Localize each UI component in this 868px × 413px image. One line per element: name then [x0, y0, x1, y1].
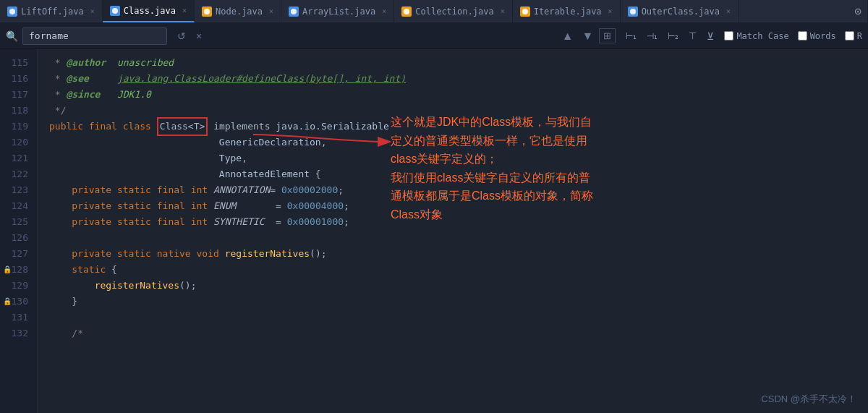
line-num-130: 🔒130 — [0, 294, 37, 310]
regex-label: R — [857, 31, 862, 41]
lock-icon-130: 🔒 — [3, 294, 12, 310]
format-button[interactable]: ⊤ — [686, 29, 699, 43]
svg-point-2 — [204, 9, 210, 14]
tab-bar: LiftOff.java × Class.java × Node.java × … — [0, 0, 868, 23]
code-line-130: } — [49, 294, 868, 310]
align-right-button[interactable]: ⊣₁ — [644, 30, 660, 43]
line-num-120: 120 — [0, 135, 37, 150]
line-num-128: 🔒128 — [0, 262, 37, 278]
svg-point-6 — [630, 9, 636, 14]
tab-close-iterable[interactable]: × — [608, 7, 613, 15]
tab-close-arraylist[interactable]: × — [382, 7, 386, 15]
line-num-131: 131 — [0, 310, 37, 325]
tab-liftoff[interactable]: LiftOff.java × — [0, 0, 103, 22]
code-line-129: registerNatives(); — [49, 278, 868, 294]
line-num-118: 118 — [0, 103, 37, 119]
line-num-127: 127 — [0, 246, 37, 262]
tab-close-outerclass[interactable]: × — [726, 7, 731, 15]
search-bar: 🔍 ↺ × ▲ ▼ ⊞ ⊢₁ ⊣₁ ⊢₂ ⊤ ⊻ Match Case Word… — [0, 23, 868, 49]
tab-label-outerclass: OuterClass.java — [642, 7, 720, 17]
line-num-116: 116 — [0, 71, 37, 87]
line-num-122: 122 — [0, 166, 37, 182]
regex-checkbox[interactable] — [845, 31, 854, 41]
words-checkbox[interactable] — [798, 31, 807, 41]
line-num-123: 123 — [0, 182, 37, 198]
tab-label-node: Node.java — [216, 7, 263, 17]
tab-close-liftoff[interactable]: × — [90, 7, 95, 15]
code-line-116: * @see java.lang.ClassLoader#defineClass… — [49, 71, 868, 87]
code-line-131 — [49, 310, 868, 325]
tab-label-iterable: Iterable.java — [534, 7, 602, 17]
words-option[interactable]: Words — [798, 31, 836, 41]
tab-close-collection[interactable]: × — [501, 7, 505, 15]
match-case-checkbox[interactable] — [724, 31, 733, 41]
line-num-119: 119 — [0, 119, 37, 135]
tab-arraylist[interactable]: ArrayList.java × — [281, 0, 394, 22]
tab-collection[interactable]: Collection.java × — [394, 0, 512, 22]
line-num-132: 132 — [0, 325, 37, 341]
filter-button[interactable]: ⊻ — [704, 29, 717, 43]
code-line-115: * @author unascribed — [49, 55, 868, 71]
search-input[interactable] — [22, 27, 167, 45]
line-num-126: 126 — [0, 230, 37, 246]
code-content[interactable]: * @author unascribed * @see java.lang.Cl… — [38, 49, 868, 413]
line-num-125: 125 — [0, 214, 37, 230]
regex-option[interactable]: R — [845, 31, 862, 41]
code-line-126 — [49, 230, 868, 246]
nav-up-button[interactable]: ▲ — [559, 28, 576, 44]
callout-box: 这个就是JDK中的Class模板，与我们自定义的普通类型模板一样，它也是使用cl… — [391, 113, 593, 224]
svg-point-0 — [9, 9, 15, 14]
svg-point-4 — [404, 9, 409, 14]
words-label: Words — [810, 31, 836, 41]
code-line-128: static { — [49, 262, 868, 278]
callout-text: 这个就是JDK中的Class模板，与我们自定义的普通类型模板一样，它也是使用cl… — [391, 116, 593, 221]
search-close-button[interactable]: × — [192, 29, 206, 43]
search-right: ▲ ▼ ⊞ ⊢₁ ⊣₁ ⊢₂ ⊤ ⊻ Match Case Words R — [559, 28, 862, 44]
align-left-button[interactable]: ⊢₁ — [623, 30, 639, 43]
nav-down-button[interactable]: ▼ — [579, 28, 597, 44]
tab-label-liftoff: LiftOff.java — [21, 7, 84, 17]
svg-point-5 — [522, 9, 528, 14]
code-line-117: * @since JDK1.0 — [49, 87, 868, 103]
line-num-121: 121 — [0, 150, 37, 166]
tab-outerclass[interactable]: OuterClass.java × — [621, 0, 739, 22]
class-t-highlight: Class<T> — [157, 117, 208, 136]
lock-icon-128: 🔒 — [3, 262, 12, 278]
find-all-button[interactable]: ⊞ — [599, 28, 616, 43]
tab-label-arraylist: ArrayList.java — [302, 7, 375, 17]
search-actions: ↺ × — [174, 29, 206, 43]
code-line-132: /* — [49, 325, 868, 341]
line-num-115: 115 — [0, 55, 37, 71]
match-case-option[interactable]: Match Case — [724, 31, 788, 41]
tab-close-class[interactable]: × — [182, 7, 187, 14]
tab-label-collection: Collection.java — [415, 7, 493, 17]
svg-point-1 — [112, 8, 118, 14]
tab-iterable[interactable]: Iterable.java × — [513, 0, 621, 22]
match-case-label: Match Case — [736, 31, 788, 41]
tab-class[interactable]: Class.java × — [103, 0, 195, 22]
search-options: Match Case Words R — [724, 31, 862, 41]
line-num-124: 124 — [0, 198, 37, 214]
refresh-button[interactable]: ↺ — [174, 29, 189, 43]
line-num-129: 129 — [0, 278, 37, 294]
line-num-117: 117 — [0, 87, 37, 103]
search-icon: 🔍 — [6, 30, 18, 42]
code-area: 115 116 117 118 119 120 121 122 123 124 … — [0, 49, 868, 413]
watermark: CSDN @杀手不太冷！ — [761, 393, 856, 406]
line-numbers: 115 116 117 118 119 120 121 122 123 124 … — [0, 49, 38, 413]
tab-node[interactable]: Node.java × — [195, 0, 281, 22]
nav-buttons: ▲ ▼ ⊞ — [559, 28, 616, 44]
svg-point-3 — [291, 9, 297, 14]
tab-label-class: Class.java — [124, 6, 176, 16]
tab-close-node[interactable]: × — [269, 7, 273, 15]
code-line-127: private static native void registerNativ… — [49, 246, 868, 262]
tab-more[interactable]: ⊙ — [848, 0, 868, 22]
align-sub-button[interactable]: ⊢₂ — [665, 30, 681, 43]
tool-buttons: ⊢₁ ⊣₁ ⊢₂ ⊤ ⊻ — [623, 29, 717, 43]
